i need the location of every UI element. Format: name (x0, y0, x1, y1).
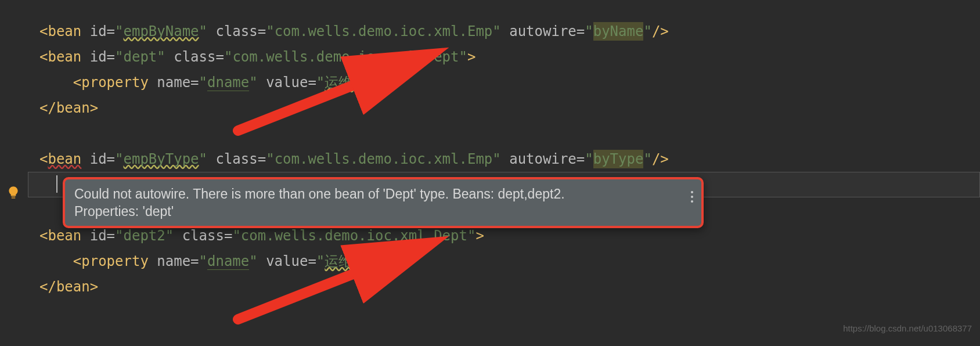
eq: = (107, 49, 115, 65)
xml-attr-value-highlight: byName (593, 22, 644, 41)
indent (39, 253, 73, 269)
code-editor[interactable]: <bean id="empByName" class="com.wells.de… (28, 0, 980, 300)
xml-attr: id (90, 49, 107, 65)
xml-attr: name (157, 74, 190, 91)
xml-punct: /> (652, 23, 669, 39)
xml-attr: class (182, 228, 224, 244)
eq: = (308, 74, 316, 91)
quote: " (224, 49, 232, 65)
code-line[interactable]: </bean> (28, 95, 980, 121)
quote: " (115, 151, 123, 167)
quote: " (115, 228, 123, 244)
quote: " (199, 74, 207, 91)
xml-attr: id (90, 228, 107, 244)
xml-attr: class (174, 49, 215, 65)
xml-tag: property (81, 253, 149, 269)
space (81, 23, 89, 39)
quote: " (199, 151, 207, 167)
xml-punct: < (73, 253, 81, 269)
quote: " (115, 23, 123, 39)
space (174, 228, 182, 244)
quote: " (585, 23, 593, 39)
xml-punct: < (39, 23, 48, 39)
xml-punct: < (73, 74, 81, 91)
eq: = (107, 228, 115, 244)
xml-tag: bean (56, 100, 90, 116)
intention-bulb-icon[interactable] (6, 183, 21, 198)
text-caret (56, 175, 57, 193)
xml-attr-value: empByName (124, 23, 199, 39)
xml-attr-value-highlight: byType (593, 150, 644, 168)
eq: = (577, 23, 585, 39)
space (81, 228, 89, 244)
quote: " (157, 49, 165, 65)
eq: = (107, 23, 115, 39)
more-actions-icon[interactable] (691, 191, 693, 203)
xml-punct: < (39, 228, 48, 244)
code-line[interactable]: <bean id="empByName" class="com.wells.de… (28, 19, 980, 44)
space (501, 151, 509, 167)
space (81, 151, 89, 167)
xml-attr-value: 运维部 (325, 74, 366, 91)
quote: " (366, 253, 374, 269)
xml-attr: autowire (509, 151, 577, 167)
error-tooltip[interactable]: Could not autowire. There is more than o… (63, 177, 704, 228)
xml-tag: bean (48, 228, 81, 244)
xml-attr: id (90, 151, 107, 167)
quote: " (316, 253, 325, 269)
quote: " (459, 49, 467, 65)
xml-punct: </ (39, 100, 56, 116)
eq: = (258, 23, 266, 39)
tooltip-line: Could not autowire. There is more than o… (74, 185, 669, 203)
space (501, 23, 509, 39)
xml-punct: < (39, 151, 48, 167)
code-line[interactable]: <bean id="dept" class="com.wells.demo.io… (28, 44, 980, 70)
xml-attr: value (266, 253, 308, 269)
xml-punct: > (90, 100, 98, 116)
eq: = (190, 74, 199, 91)
eq: = (190, 253, 199, 269)
code-line[interactable]: <property name="dname" value="运维部"/> (28, 70, 980, 95)
watermark: https://blog.csdn.net/u013068377 (843, 316, 972, 341)
quote: " (467, 228, 475, 244)
code-line[interactable]: </bean> (28, 274, 980, 300)
quote: " (249, 253, 257, 269)
xml-punct: </ (39, 279, 56, 295)
xml-punct: /> (652, 151, 669, 167)
eq: = (224, 228, 232, 244)
eq: = (308, 253, 316, 269)
quote: " (165, 228, 174, 244)
blank-line (28, 121, 980, 146)
space (258, 74, 266, 91)
quote: " (643, 151, 651, 167)
space (149, 253, 157, 269)
xml-attr-value: 运维部 (325, 253, 366, 269)
quote: " (199, 23, 207, 39)
space (165, 49, 174, 65)
code-line[interactable]: <property name="dname" value="运维部"/> (28, 248, 980, 274)
quote: " (585, 151, 593, 167)
xml-attr-value: dname (207, 253, 249, 270)
xml-punct: > (475, 228, 484, 244)
xml-punct: > (467, 49, 475, 65)
space (207, 23, 215, 39)
xml-tag: bean (56, 279, 90, 295)
indent (39, 74, 73, 91)
xml-attr: class (215, 151, 257, 167)
xml-attr: id (90, 23, 107, 39)
quote: " (199, 253, 207, 269)
eq: = (107, 151, 115, 167)
eq: = (258, 151, 266, 167)
quote: " (249, 74, 257, 91)
code-line[interactable]: <bean id="empByType" class="com.wells.de… (28, 146, 980, 172)
xml-tag: property (81, 74, 149, 91)
quote: " (366, 74, 374, 91)
xml-attr-value: com.wells.demo.ioc.xml.Dept (241, 228, 467, 244)
eq: = (215, 49, 224, 65)
quote: " (492, 151, 500, 167)
quote: " (232, 228, 240, 244)
quote: " (643, 23, 651, 39)
space (258, 253, 266, 269)
xml-attr-value: dname (207, 74, 249, 91)
xml-attr-value: com.wells.demo.ioc.xml.Dept (232, 49, 459, 65)
